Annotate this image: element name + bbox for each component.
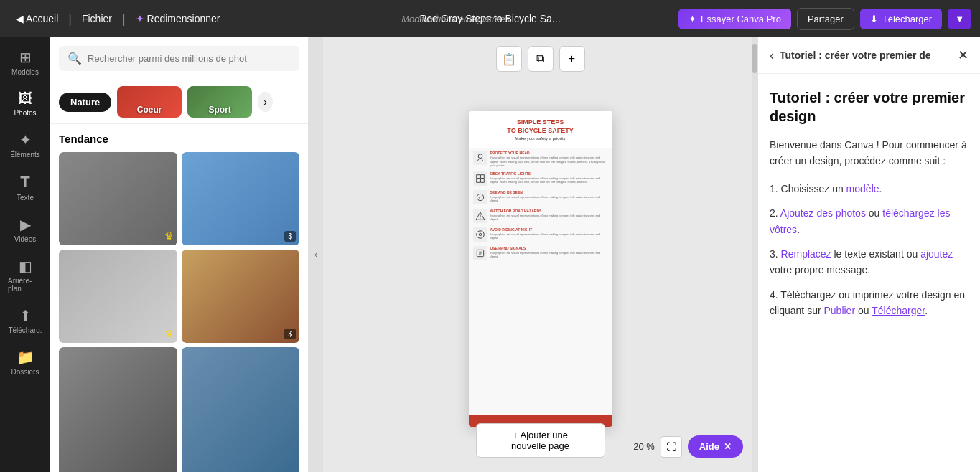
text-icon: T — [20, 173, 29, 192]
add-page-button[interactable]: + Ajouter une nouvelle page — [476, 423, 605, 458]
back-home-button[interactable]: ◀ Accueil — [9, 9, 65, 29]
design-step-1: PROTECT YOUR HEAD Infographics are visua… — [473, 151, 608, 167]
photo-item-6[interactable] — [182, 347, 300, 472]
hide-panel-button[interactable]: ‹ — [309, 37, 323, 472]
search-input-wrap: 🔍 — [59, 46, 299, 71]
photos-icon: 🖼 — [18, 90, 32, 107]
category-nature[interactable]: Nature — [59, 93, 111, 112]
svg-point-6 — [476, 231, 484, 239]
help-label: Aide — [699, 441, 719, 452]
photo-item-4[interactable]: $ — [182, 250, 300, 343]
search-icon: 🔍 — [67, 52, 82, 65]
copy-icon: ⧉ — [536, 52, 544, 65]
sidebar-item-modeles[interactable]: ⊞ Modèles — [4, 43, 47, 82]
plus-icon: + — [569, 52, 575, 65]
tutorial-back-button[interactable]: ‹ — [770, 48, 774, 63]
photo-item-3[interactable]: ♛ — [59, 250, 177, 343]
tutorial-step2-link1[interactable]: Ajoutez des photos — [780, 207, 866, 219]
icon-sidebar: ⊞ Modèles 🖼 Photos ✦ Éléments T Texte ▶ … — [0, 37, 50, 472]
step-6-text: USE HAND SIGNALS Infographics are visual… — [490, 246, 608, 258]
zoom-percent: 20 % — [633, 441, 655, 452]
canvas-toolbar: 📋 ⧉ + — [496, 46, 585, 72]
design-step-2: OBEY TRAFFIC LIGHTS Infographics are vis… — [473, 171, 608, 186]
help-button[interactable]: Aide ✕ — [688, 435, 743, 458]
resize-button[interactable]: ✦ Redimensionner — [129, 9, 228, 29]
canvas-area: 📋 ⧉ + SIMPLE STEPS TO BICYCLE SAFETY Mak… — [323, 37, 757, 472]
tutorial-step4-link1[interactable]: Publier — [823, 305, 855, 316]
tutorial-step3-link2[interactable]: ajoutez — [920, 248, 953, 260]
sidebar-item-label: Dossiers — [11, 368, 39, 376]
dollar-badge-2: $ — [284, 329, 296, 339]
fullscreen-icon: ⛶ — [666, 441, 676, 453]
step-3-text: SEE AND BE SEEN Infographics are visual … — [490, 190, 608, 202]
crown-badge: ♛ — [164, 230, 174, 242]
sidebar-item-telecharg[interactable]: ⬆ Télécharg. — [4, 301, 47, 340]
svg-point-7 — [479, 233, 482, 236]
tutorial-step-1: 1. Choisissez un modèle. — [770, 181, 969, 197]
sidebar-item-label: Télécharg. — [8, 326, 42, 334]
main-layout: ⊞ Modèles 🖼 Photos ✦ Éléments T Texte ▶ … — [0, 37, 980, 472]
vertical-scrollbar[interactable] — [752, 37, 757, 472]
try-pro-button[interactable]: ✦ Essayer Canva Pro — [678, 9, 791, 29]
category-sport-label: Sport — [187, 105, 252, 115]
sidebar-item-label: Photos — [14, 109, 36, 117]
notes-button[interactable]: 📋 — [496, 46, 522, 72]
add-button[interactable]: + — [559, 46, 585, 72]
sidebar-item-arriere-plan[interactable]: ◧ Arrière-plan — [4, 252, 47, 298]
download-button[interactable]: ⬇ Télécharger — [860, 9, 942, 29]
photo-grid: ♛ $ ♛ $ — [59, 152, 299, 472]
tutorial-step1-link[interactable]: modèle — [846, 183, 879, 194]
tutorial-header-bar: ‹ Tutoriel : créer votre premier de ✕ — [758, 37, 980, 74]
category-coeur-label: Coeur — [117, 105, 182, 115]
fullscreen-button[interactable]: ⛶ — [661, 436, 682, 458]
content-sidebar: 🔍 Nature Coeur Sport › Tendance ♛ — [50, 37, 309, 472]
sidebar-item-label: Vidéos — [14, 235, 36, 243]
download-caret-button[interactable]: ▼ — [948, 9, 971, 29]
tutorial-step4-link2[interactable]: Télécharger — [872, 305, 925, 316]
tutorial-body: Tutoriel : créer votre premier design Bi… — [758, 74, 980, 472]
category-coeur-thumb[interactable]: Coeur — [117, 86, 182, 118]
design-preview[interactable]: SIMPLE STEPS TO BICYCLE SAFETY Make your… — [469, 111, 612, 427]
design-steps: PROTECT YOUR HEAD Infographics are visua… — [469, 148, 612, 415]
step-5-text: AVOID RIDING AT NIGHT Infographics are v… — [490, 227, 608, 240]
copy-button[interactable]: ⧉ — [528, 46, 554, 72]
search-bar: 🔍 — [50, 37, 308, 80]
tutorial-step3-link1[interactable]: Remplacez — [781, 248, 831, 260]
dollar-badge: $ — [284, 231, 296, 242]
photo-item-5[interactable] — [59, 347, 177, 472]
grid-icon: ⊞ — [19, 49, 32, 66]
sidebar-item-dossiers[interactable]: 📁 Dossiers — [4, 343, 47, 382]
trending-title: Tendance — [59, 133, 299, 145]
sidebar-item-texte[interactable]: T Texte — [4, 167, 47, 207]
svg-rect-4 — [480, 179, 484, 183]
tutorial-header-title: Tutoriel : créer votre premier de — [780, 49, 952, 61]
sidebar-item-label: Éléments — [10, 151, 40, 159]
design-subtitle: Make your safety a priority — [475, 136, 607, 141]
resize-icon: ✦ — [136, 13, 144, 24]
tutorial-step-4: 4. Téléchargez ou imprimez votre design … — [770, 287, 969, 319]
photo-item-2[interactable]: $ — [182, 152, 300, 245]
category-sport-thumb[interactable]: Sport — [187, 86, 252, 118]
file-menu-button[interactable]: Fichier — [75, 9, 119, 29]
categories-bar: Nature Coeur Sport › — [50, 80, 308, 124]
download-label: Télécharger — [882, 14, 932, 24]
crown-badge-2: ♛ — [164, 328, 174, 339]
tutorial-close-button[interactable]: ✕ — [958, 47, 969, 63]
search-input[interactable] — [88, 53, 291, 64]
sidebar-item-videos[interactable]: ▶ Vidéos — [4, 210, 47, 249]
sidebar-item-photos[interactable]: 🖼 Photos — [4, 85, 47, 123]
tutorial-step-3: 3. Remplacez le texte existant ou ajoute… — [770, 246, 969, 278]
share-button[interactable]: Partager — [797, 8, 854, 30]
video-icon: ▶ — [20, 216, 31, 233]
design-main-title: SIMPLE STEPS TO BICYCLE SAFETY — [475, 118, 607, 135]
upload-icon: ⬆ — [19, 307, 32, 324]
sidebar-item-elements[interactable]: ✦ Éléments — [4, 126, 47, 164]
categories-next-button[interactable]: › — [258, 92, 273, 112]
help-close-icon: ✕ — [724, 441, 732, 452]
top-navigation: ◀ Accueil | Fichier | ✦ Redimensionner M… — [0, 0, 980, 37]
pro-label: Essayer Canva Pro — [701, 14, 781, 24]
design-step-3: SEE AND BE SEEN Infographics are visual … — [473, 190, 608, 204]
photo-item-1[interactable]: ♛ — [59, 152, 177, 245]
elements-icon: ✦ — [19, 131, 32, 148]
step-4-text: WATCH FOR ROAD HAZARDS Infographics are … — [490, 209, 608, 221]
